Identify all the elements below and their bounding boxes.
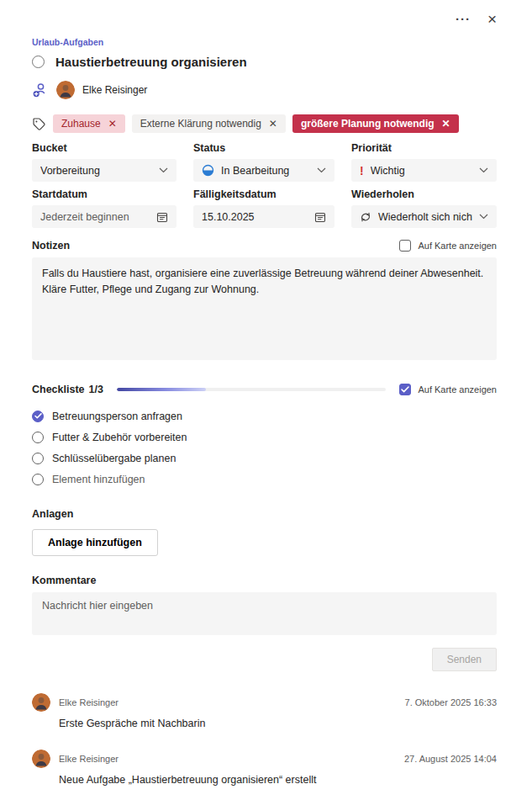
checklist-section: Checkliste 1/3 Auf Karte anzeigen Betreu… (32, 384, 497, 490)
start-date-label: Startdatum (32, 188, 176, 200)
send-comment-button[interactable]: Senden (432, 648, 497, 671)
attachments-section: Anlagen Anlage hinzufügen (32, 508, 497, 556)
due-date-value: 15.10.2025 (202, 211, 308, 223)
task-fields-grid: Bucket Vorbereitung Status In Bearbeitun… (32, 142, 497, 228)
notes-textarea[interactable]: Falls du Haustiere hast, organisiere ein… (32, 257, 497, 360)
repeat-label: Wiederholen (351, 188, 497, 200)
repeat-dropdown[interactable]: Wiederholt sich nicht (351, 205, 497, 228)
comment-input[interactable] (32, 592, 497, 635)
remove-label-icon[interactable]: ✕ (442, 119, 450, 129)
checklist-item-text[interactable]: Schlüsselübergabe planen (52, 453, 176, 464)
checklist-item-circle[interactable] (32, 453, 44, 464)
checklist-item-circle[interactable] (32, 432, 44, 443)
start-date-value: Jederzeit beginnen (40, 211, 150, 223)
notes-show-on-card-checkbox[interactable] (399, 240, 411, 252)
notes-section: Notizen Auf Karte anzeigen Falls du Haus… (32, 240, 497, 360)
bucket-label: Bucket (32, 142, 176, 154)
checklist-add-item-circle[interactable] (32, 474, 44, 485)
checklist-item-text[interactable]: Futter & Zubehör vorbereiten (52, 432, 187, 443)
notes-show-on-card-label: Auf Karte anzeigen (418, 241, 497, 251)
checklist-progress-count: 1/3 (89, 384, 103, 395)
add-assignee-icon[interactable] (32, 82, 49, 98)
chevron-down-icon (317, 167, 326, 173)
due-date-label: Fälligkeitsdatum (193, 188, 334, 200)
bucket-value: Vorbereitung (40, 165, 152, 177)
page-title[interactable]: Haustierbetreuung organisieren (55, 55, 247, 69)
breadcrumb-plan-link[interactable]: Urlaub-Aufgaben (32, 37, 103, 47)
panel-header: ··· × (32, 10, 497, 27)
checklist-label: Checkliste (32, 384, 85, 395)
comment-entry: Elke Reisinger 27. August 2025 14:04 Neu… (32, 750, 497, 786)
checklist-show-on-card-checkbox[interactable] (399, 384, 411, 395)
checklist-add-item-placeholder: Element hinzufügen (52, 474, 145, 485)
complete-task-radio[interactable] (32, 56, 45, 68)
priority-important-icon: ! (360, 165, 364, 177)
checklist-item[interactable]: Futter & Zubehör vorbereiten (32, 426, 497, 448)
repeat-icon (360, 211, 371, 223)
checklist-item-checked-circle[interactable] (32, 411, 44, 422)
labels-row: Zuhause ✕ Externe Klärung notwendig ✕ gr… (32, 114, 497, 133)
status-label: Status (193, 142, 334, 154)
comments-section: Kommentare Senden Elke Reisinger 7. Okto… (32, 575, 497, 786)
more-options-icon[interactable]: ··· (456, 13, 471, 25)
assignee-row: Elke Reisinger (32, 81, 497, 99)
task-detail-panel: ··· × Urlaub-Aufgaben Haustierbetreuung … (0, 0, 532, 800)
chevron-down-icon (479, 167, 488, 173)
chevron-down-icon (479, 214, 488, 220)
remove-label-icon[interactable]: ✕ (108, 119, 117, 129)
label-text: Zuhause (61, 118, 101, 130)
add-attachment-button[interactable]: Anlage hinzufügen (32, 529, 158, 556)
comments-label: Kommentare (32, 575, 497, 586)
label-text: Externe Klärung notwendig (140, 118, 261, 130)
label-pill-externe-klaerung[interactable]: Externe Klärung notwendig ✕ (132, 114, 286, 133)
label-pill-zuhause[interactable]: Zuhause ✕ (53, 114, 125, 133)
repeat-value: Wiederholt sich nicht (378, 211, 472, 223)
comment-list: Elke Reisinger 7. Oktober 2025 16:33 Ers… (32, 693, 497, 786)
start-date-picker[interactable]: Jederzeit beginnen (32, 205, 176, 228)
status-dropdown[interactable]: In Bearbeitung (193, 159, 334, 182)
status-in-progress-icon (202, 164, 214, 177)
calendar-icon (314, 211, 326, 223)
comment-text: Neue Aufgabe „Haustierbetreuung organisi… (59, 774, 497, 786)
notes-label: Notizen (32, 240, 70, 252)
label-text: größere Planung notwendig (301, 118, 435, 130)
status-value: In Bearbeitung (221, 165, 310, 177)
comment-timestamp: 27. August 2025 14:04 (404, 754, 497, 764)
bucket-dropdown[interactable]: Vorbereitung (32, 159, 176, 182)
label-pill-groessere-planung[interactable]: größere Planung notwendig ✕ (292, 114, 459, 133)
remove-label-icon[interactable]: ✕ (269, 119, 277, 129)
title-row: Haustierbetreuung organisieren (32, 55, 497, 69)
close-icon[interactable]: × (487, 11, 497, 27)
checklist-show-on-card-label: Auf Karte anzeigen (418, 384, 497, 395)
comment-entry: Elke Reisinger 7. Oktober 2025 16:33 Ers… (32, 693, 497, 729)
priority-value: Wichtig (371, 165, 472, 177)
tag-icon (32, 117, 46, 131)
comment-author: Elke Reisinger (59, 754, 119, 764)
comment-text: Erste Gespräche mit Nachbarin (59, 718, 497, 729)
checklist-add-item[interactable]: Element hinzufügen (32, 469, 497, 490)
comment-author: Elke Reisinger (59, 697, 119, 707)
attachments-label: Anlagen (32, 508, 497, 520)
calendar-icon (156, 211, 168, 223)
comment-avatar (32, 693, 50, 712)
checklist-item-text[interactable]: Betreuungsperson anfragen (52, 411, 182, 422)
notes-show-on-card[interactable]: Auf Karte anzeigen (399, 240, 497, 252)
checklist-item[interactable]: Betreuungsperson anfragen (32, 405, 497, 426)
priority-dropdown[interactable]: ! Wichtig (351, 159, 497, 182)
comment-avatar (32, 750, 50, 768)
checklist-show-on-card[interactable]: Auf Karte anzeigen (399, 384, 497, 395)
checklist-progress-bar (117, 388, 387, 391)
checklist-item[interactable]: Schlüsselübergabe planen (32, 448, 497, 469)
comment-timestamp: 7. Oktober 2025 16:33 (405, 697, 497, 707)
priority-label: Priorität (351, 142, 497, 154)
checklist-progress-fill (117, 388, 206, 391)
assignee-avatar[interactable] (56, 81, 75, 99)
due-date-picker[interactable]: 15.10.2025 (193, 205, 334, 228)
assignee-name: Elke Reisinger (82, 84, 147, 96)
chevron-down-icon (159, 167, 168, 173)
